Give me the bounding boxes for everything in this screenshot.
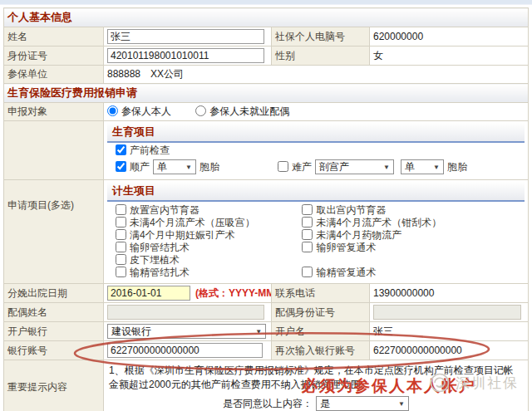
natural-birth-checkbox[interactable] — [116, 161, 126, 172]
empty-label-cell — [4, 121, 104, 180]
date-format-hint: (格式：YYYY-MM-DD) — [195, 287, 272, 299]
gender-label: 性别 — [272, 46, 370, 66]
prenatal-checkbox-option[interactable]: 产前检查 — [116, 144, 170, 158]
shenzhen-social-security-logo-icon — [429, 372, 451, 394]
declare-target-label: 申报对象 — [4, 103, 104, 121]
prenatal-checkbox[interactable] — [116, 144, 126, 155]
agree-select-value: 是 — [320, 397, 330, 411]
fp-checkbox[interactable] — [302, 204, 313, 215]
difficult-birth-label: 难产 — [292, 161, 312, 173]
fp-option[interactable]: 输卵管复通术 — [302, 242, 376, 254]
natural-count-value: 单 — [157, 160, 167, 174]
watermark: 深圳社保 — [429, 372, 519, 394]
important-notice-label: 重要提示内容 — [4, 360, 104, 411]
fp-option[interactable]: 未满4个月流产术（压吸宫） — [116, 217, 255, 229]
fp-option-label: 未满4个月药物流产 — [316, 229, 401, 241]
declare-self-option[interactable]: 参保人本人 — [107, 105, 171, 117]
dropdown-arrow-icon: ▼ — [255, 328, 262, 335]
fp-checkbox[interactable] — [302, 229, 313, 240]
fp-option[interactable]: 取出宫内节育器 — [302, 204, 386, 217]
fp-option[interactable]: 未满4个月流产术（钳刮术） — [302, 217, 441, 229]
subsection-header-birth: 生育项目 — [107, 123, 525, 143]
phone-value: 13900000000 — [370, 284, 529, 303]
fp-checkbox[interactable] — [116, 242, 126, 252]
declare-self-radio[interactable] — [107, 105, 118, 116]
spouse-id-input[interactable] — [373, 305, 521, 320]
declare-spouse-option[interactable]: 参保人未就业配偶 — [195, 105, 289, 117]
fp-checkbox[interactable] — [302, 267, 313, 277]
fp-option-label: 输卵管结扎术 — [130, 242, 190, 253]
dropdown-arrow-icon: ▼ — [383, 164, 390, 171]
bank-select[interactable]: 建设银行▼ — [107, 324, 266, 339]
fp-option-label: 未满4个月流产术（钳刮术） — [316, 217, 441, 228]
spouse-name-input[interactable] — [107, 305, 264, 320]
dropdown-arrow-icon: ▼ — [433, 164, 440, 171]
natural-count-select[interactable]: 单▼ — [153, 159, 196, 174]
natural-birth-option[interactable]: 顺产 — [116, 160, 150, 174]
agree-select[interactable]: 是▼ — [316, 396, 409, 411]
difficult-fetus-suffix: 胞胎 — [447, 160, 467, 174]
difficult-method-value: 剖宫产 — [319, 160, 349, 174]
bank-label: 开户银行 — [4, 322, 104, 341]
declare-spouse-radio[interactable] — [195, 105, 206, 116]
fp-option-label: 输精管结扎术 — [130, 267, 190, 278]
dropdown-arrow-icon: ▼ — [398, 397, 405, 411]
difficult-method-select[interactable]: 剖宫产▼ — [315, 159, 394, 174]
natural-fetus-suffix: 胞胎 — [200, 160, 219, 174]
difficult-count-select[interactable]: 单▼ — [401, 159, 444, 174]
id-number-input[interactable] — [107, 48, 264, 63]
bank-account-input[interactable] — [107, 343, 263, 358]
fp-option[interactable]: 皮下埋植术 — [116, 254, 180, 267]
phone-label: 联系电话 — [272, 284, 370, 303]
difficult-birth-checkbox[interactable] — [278, 161, 288, 172]
declare-target-options: 参保人本人 参保人未就业配偶 — [104, 103, 529, 121]
dropdown-arrow-icon: ▼ — [185, 164, 192, 171]
form-container: 个人基本信息 姓名 社保个人电脑号 620000000 身份证号 性别 女 参保… — [3, 7, 529, 411]
fp-checkbox[interactable] — [116, 229, 126, 240]
account-name-value: 张三 — [370, 322, 529, 341]
fp-option-label: 输精管复通术 — [316, 267, 376, 278]
fp-option[interactable]: 输卵管结扎术 — [116, 242, 190, 254]
top-divider — [0, 0, 532, 5]
employer-label: 参保单位 — [4, 66, 104, 84]
name-input[interactable] — [107, 29, 264, 44]
spouse-id-label: 配偶身份证号 — [272, 303, 370, 322]
fp-option-label: 输卵管复通术 — [316, 242, 376, 253]
fp-option-label: 取出宫内节育器 — [316, 204, 386, 216]
employer-value: 888888 XX公司 — [104, 66, 529, 84]
declare-spouse-label: 参保人未就业配偶 — [209, 105, 289, 117]
fp-option-label: 满4个月中期妊娠引产术 — [130, 229, 235, 241]
fp-checkbox[interactable] — [116, 217, 126, 228]
fp-checkbox[interactable] — [116, 204, 126, 215]
fp-checkbox[interactable] — [116, 254, 126, 265]
declare-self-label: 参保人本人 — [121, 105, 171, 117]
fp-checkbox[interactable] — [116, 267, 126, 277]
difficult-birth-option[interactable]: 难产 — [278, 160, 312, 174]
difficult-count-value: 单 — [405, 160, 415, 174]
discharge-date-input[interactable] — [107, 286, 190, 301]
application-items-label: 申请项目(多选) — [4, 180, 104, 284]
fp-checkbox[interactable] — [302, 242, 313, 252]
bank-account-confirm-value: 6227000000000000 — [370, 341, 529, 360]
bank-account-label: 银行账号 — [4, 341, 104, 360]
ssc-number-value: 620000000 — [370, 27, 529, 46]
fp-option[interactable]: 输精管结扎术 — [116, 267, 190, 279]
spouse-name-label: 配偶姓名 — [4, 303, 104, 322]
agree-label: 是否同意以上内容： — [223, 397, 313, 411]
fp-option-label: 放置宫内节育器 — [130, 204, 200, 216]
subsection-header-family-planning: 计生项目 — [107, 182, 525, 202]
bank-select-value: 建设银行 — [111, 325, 151, 339]
fp-option[interactable]: 满4个月中期妊娠引产术 — [116, 229, 235, 242]
fp-option[interactable]: 未满4个月药物流产 — [302, 229, 401, 242]
bank-account-confirm-label: 再次输入银行账号 — [272, 341, 370, 360]
fp-option-label: 皮下埋植术 — [130, 254, 180, 266]
fp-checkbox[interactable] — [302, 217, 313, 228]
fp-option[interactable]: 放置宫内节育器 — [116, 204, 200, 217]
natural-birth-label: 顺产 — [130, 161, 150, 173]
gender-value: 女 — [370, 46, 529, 66]
fp-option[interactable]: 输精管复通术 — [302, 267, 376, 279]
watermark-text: 深圳社保 — [456, 374, 519, 393]
ssc-number-label: 社保个人电脑号 — [272, 27, 370, 46]
section-header-claim: 生育保险医疗费用报销申请 — [4, 84, 529, 103]
name-label: 姓名 — [4, 27, 104, 46]
